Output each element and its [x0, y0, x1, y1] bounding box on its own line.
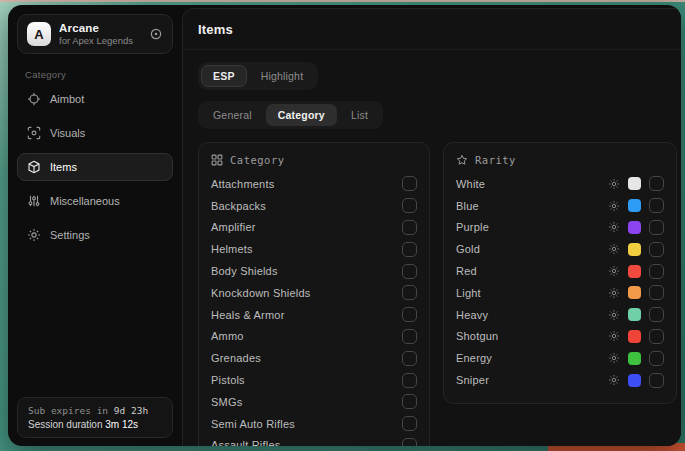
tab-general[interactable]: General: [201, 104, 264, 126]
rarity-label: Gold: [456, 243, 480, 255]
gear-icon[interactable]: [608, 243, 620, 255]
sidebar-item-aimbot[interactable]: Aimbot: [17, 85, 173, 113]
checkbox[interactable]: [649, 285, 664, 300]
color-swatch[interactable]: [628, 199, 641, 212]
checkbox[interactable]: [402, 307, 417, 322]
checkbox[interactable]: [649, 351, 664, 366]
category-label: Body Shields: [211, 265, 278, 277]
page-title: Items: [198, 22, 677, 37]
checkbox[interactable]: [402, 285, 417, 300]
gear-icon[interactable]: [608, 178, 620, 190]
app-name: Arcane: [59, 22, 133, 34]
category-row: Body Shields: [211, 260, 417, 282]
sidebar-item-label: Visuals: [50, 127, 85, 139]
view-tabs: General Category List: [198, 101, 383, 129]
color-swatch[interactable]: [628, 265, 641, 278]
sidebar-item-settings[interactable]: Settings: [17, 221, 173, 249]
sidebar-item-visuals[interactable]: Visuals: [17, 119, 173, 147]
sub-expires-value: 9d 23h: [114, 405, 148, 416]
gear-icon[interactable]: [608, 374, 620, 386]
checkbox[interactable]: [402, 242, 417, 257]
box-icon: [27, 160, 41, 174]
color-swatch[interactable]: [628, 221, 641, 234]
color-swatch[interactable]: [628, 243, 641, 256]
color-swatch[interactable]: [628, 177, 641, 190]
category-label: Knockdown Shields: [211, 287, 310, 299]
rarity-panel-title: Rarity: [475, 154, 516, 166]
session-duration-label: Session duration: [28, 419, 103, 430]
gear-icon[interactable]: [608, 330, 620, 342]
color-swatch[interactable]: [628, 352, 641, 365]
checkbox[interactable]: [402, 438, 417, 446]
tab-highlight[interactable]: Highlight: [249, 65, 316, 87]
gear-icon[interactable]: [608, 287, 620, 299]
session-duration-value: 3m 12s: [105, 419, 138, 430]
checkbox[interactable]: [649, 220, 664, 235]
sidebar-item-miscellaneous[interactable]: Miscellaneous: [17, 187, 173, 215]
category-row: Ammo: [211, 326, 417, 348]
category-label: Ammo: [211, 330, 244, 342]
checkbox[interactable]: [402, 329, 417, 344]
color-swatch[interactable]: [628, 286, 641, 299]
category-row: Heals & Armor: [211, 304, 417, 326]
checkbox[interactable]: [649, 176, 664, 191]
category-row: Semi Auto Rifles: [211, 413, 417, 435]
checkbox[interactable]: [402, 373, 417, 388]
checkbox[interactable]: [649, 242, 664, 257]
title-divider: [183, 49, 681, 50]
rarity-label: Energy: [456, 352, 492, 364]
gear-icon[interactable]: [608, 265, 620, 277]
rarity-row: Heavy: [456, 304, 664, 326]
rarity-row: Purple: [456, 217, 664, 239]
gear-icon[interactable]: [608, 200, 620, 212]
star-icon: [456, 154, 468, 166]
target-icon[interactable]: [149, 27, 163, 41]
checkbox[interactable]: [649, 373, 664, 388]
category-label: Heals & Armor: [211, 309, 285, 321]
color-swatch[interactable]: [628, 330, 641, 343]
rarity-row: Gold: [456, 238, 664, 260]
gear-icon: [27, 228, 41, 242]
checkbox[interactable]: [402, 416, 417, 431]
mode-tabs: ESP Highlight: [198, 62, 318, 90]
main-content: Items ESP Highlight General Category Lis…: [182, 8, 681, 446]
category-label: Helmets: [211, 243, 253, 255]
gear-icon[interactable]: [608, 221, 620, 233]
gear-icon[interactable]: [608, 352, 620, 364]
sidebar-section-label: Category: [25, 69, 173, 80]
rarity-label: Sniper: [456, 374, 489, 386]
tab-list[interactable]: List: [339, 104, 380, 126]
category-label: Amplifier: [211, 221, 256, 233]
crosshair-icon: [27, 92, 41, 106]
desktop-top-line: [0, 0, 685, 2]
rarity-label: Shotgun: [456, 330, 498, 342]
sidebar-item-items[interactable]: Items: [17, 153, 173, 181]
checkbox[interactable]: [402, 351, 417, 366]
tab-category[interactable]: Category: [266, 104, 337, 126]
checkbox[interactable]: [402, 198, 417, 213]
category-panel: Category Attachments Backpacks Amplifier…: [198, 142, 430, 446]
category-row: SMGs: [211, 391, 417, 413]
app-window: A Arcane for Apex Legends Category Aimbo…: [8, 5, 681, 446]
rarity-panel-header: Rarity: [456, 154, 664, 166]
checkbox[interactable]: [649, 264, 664, 279]
tab-esp[interactable]: ESP: [201, 65, 247, 87]
app-header-card: A Arcane for Apex Legends: [17, 14, 173, 54]
checkbox[interactable]: [649, 307, 664, 322]
checkbox[interactable]: [649, 329, 664, 344]
checkbox[interactable]: [402, 220, 417, 235]
checkbox[interactable]: [402, 176, 417, 191]
category-panel-header: Category: [211, 154, 417, 166]
sidebar-item-label: Items: [50, 161, 77, 173]
checkbox[interactable]: [649, 198, 664, 213]
color-swatch[interactable]: [628, 374, 641, 387]
gear-icon[interactable]: [608, 309, 620, 321]
rarity-row: Sniper: [456, 369, 664, 391]
app-logo: A: [27, 22, 51, 46]
category-row: Assault Rifles: [211, 435, 417, 446]
color-swatch[interactable]: [628, 308, 641, 321]
category-label: Assault Rifles: [211, 439, 280, 446]
checkbox[interactable]: [402, 264, 417, 279]
checkbox[interactable]: [402, 394, 417, 409]
rarity-label: Purple: [456, 221, 489, 233]
